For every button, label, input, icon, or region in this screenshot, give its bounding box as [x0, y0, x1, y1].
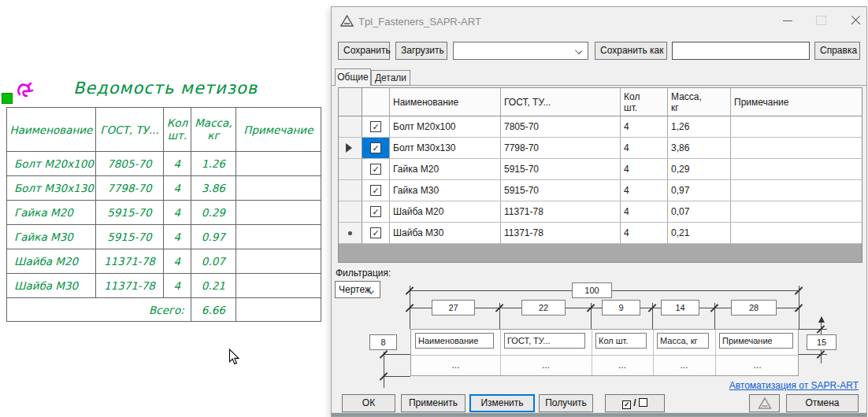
row-header[interactable]	[339, 116, 362, 137]
dimension-arrow-icon	[818, 316, 825, 323]
cad-row: Шайба М3011371-7840.21	[7, 274, 321, 298]
help-button[interactable]: Справка	[814, 42, 860, 60]
save-as-button[interactable]: Сохранить как	[595, 42, 667, 60]
grid-header-name[interactable]: Наименование	[390, 88, 501, 116]
cell-note[interactable]	[731, 223, 863, 243]
cell-gost[interactable]: 7805-70	[501, 116, 621, 137]
row-checkbox-cell[interactable]: ✓	[362, 201, 390, 222]
cell-mass[interactable]: 0,29	[668, 159, 731, 179]
sapr-art-link[interactable]: Автоматизация от SAPR-ART	[729, 380, 859, 391]
cell-qty[interactable]: 4	[621, 116, 668, 137]
tab-general[interactable]: Общие	[335, 68, 371, 86]
cell-mass[interactable]: 1,26	[668, 116, 731, 137]
col-width-input-4[interactable]: 14	[661, 300, 699, 316]
col-width-input-1[interactable]: 27	[432, 300, 475, 316]
preview-col-gost-input[interactable]: ГОСТ, ТУ...	[504, 333, 585, 349]
cell-note[interactable]	[731, 116, 863, 137]
cell-note[interactable]	[731, 138, 863, 158]
table-row[interactable]: ✓ Гайка М30 5915-70 4 0,97	[339, 180, 862, 201]
load-button[interactable]: Загрузить	[395, 42, 447, 60]
cell-mass[interactable]: 0,97	[668, 180, 731, 201]
table-row-selected[interactable]: ✓ Болт М30х130 7798-70 4 3,86	[339, 138, 862, 159]
apply-button[interactable]: Применить	[401, 394, 466, 412]
screen: Ведомость метизов Наименование ГОСТ, ТУ.…	[0, 0, 868, 417]
fasteners-grid[interactable]: Наименование ГОСТ, ТУ... Колшт. Масса,кг…	[338, 87, 862, 263]
row-header[interactable]	[339, 159, 362, 179]
col-width-input-2[interactable]: 22	[521, 300, 566, 316]
total-width-input[interactable]: 100	[572, 282, 612, 298]
header-height-input[interactable]: 15	[807, 334, 836, 350]
row-header[interactable]	[339, 180, 362, 201]
cell-qty[interactable]: 4	[621, 180, 668, 201]
cell-qty[interactable]: 4	[621, 159, 668, 179]
cell-gost[interactable]: 5915-70	[501, 180, 621, 201]
cell-name[interactable]: Болт М30х130	[390, 138, 501, 158]
table-row[interactable]: ✓ Болт М20х100 7805-70 4 1,26	[339, 116, 862, 138]
cell-qty[interactable]: 4	[621, 138, 668, 158]
template-combobox[interactable]	[453, 42, 588, 60]
table-row[interactable]: ✓ Шайба М20 11371-78 4 0,07	[339, 201, 862, 223]
row-checkbox-cell[interactable]: ✓	[362, 223, 390, 243]
cell-note[interactable]	[731, 201, 863, 222]
maximize-button[interactable]	[807, 7, 834, 32]
row-checkbox-cell[interactable]: ✓	[362, 180, 390, 201]
grid-header-gost[interactable]: ГОСТ, ТУ...	[501, 88, 621, 116]
get-button[interactable]: Получить	[539, 394, 593, 412]
row-header[interactable]	[339, 201, 362, 222]
row-checkbox-cell[interactable]: ✓	[362, 159, 390, 179]
cad-grip-handle[interactable]	[2, 93, 13, 104]
cell-name[interactable]: Шайба М20	[390, 201, 501, 222]
table-row[interactable]: ✓ Гайка М20 5915-70 4 0,29	[339, 159, 862, 180]
cell-name[interactable]: Болт М20х100	[390, 116, 501, 137]
row-header-new[interactable]	[339, 223, 362, 243]
checkbox-checked-icon[interactable]: ✓	[370, 206, 381, 217]
tab-details[interactable]: Детали	[371, 70, 410, 86]
cell-gost[interactable]: 11371-78	[501, 201, 621, 222]
minimize-button[interactable]	[774, 7, 801, 32]
cell-name[interactable]: Гайка М30	[390, 180, 501, 201]
checkbox-checked-icon[interactable]: ✓	[370, 185, 381, 196]
save-button[interactable]: Сохранить	[338, 42, 390, 60]
cell-note[interactable]	[731, 180, 863, 201]
preview-col-name-input[interactable]: Наименование	[415, 333, 494, 349]
checkbox-checked-icon[interactable]: ✓	[370, 142, 381, 153]
cell-mass[interactable]: 0,21	[668, 223, 731, 243]
ok-button[interactable]: ОК	[342, 394, 395, 412]
row-header-current[interactable]	[339, 138, 362, 158]
close-button[interactable]	[842, 7, 868, 32]
cancel-button[interactable]: Отмена	[786, 394, 859, 412]
row-checkbox-cell-selected[interactable]: ✓	[362, 138, 390, 158]
checkbox-checked-icon[interactable]: ✓	[370, 121, 381, 132]
checkbox-checked-icon[interactable]: ✓	[370, 227, 381, 238]
table-row[interactable]: ✓ Шайба М30 11371-78 4 0,21	[339, 223, 862, 244]
grid-header-qty[interactable]: Колшт.	[621, 88, 668, 116]
cell-qty[interactable]: 4	[621, 201, 668, 222]
row-checkbox-cell[interactable]: ✓	[362, 116, 390, 137]
cell-gost[interactable]: 11371-78	[501, 223, 621, 243]
filter-combobox[interactable]: Чертеж	[335, 281, 380, 298]
cell-name[interactable]: Шайба М30	[390, 223, 501, 243]
edit-button[interactable]: Изменить	[469, 394, 535, 412]
col-width-input-5[interactable]: 28	[731, 300, 777, 316]
grid-header-note[interactable]: Примечание	[731, 88, 863, 116]
cell-name[interactable]: Гайка М20	[390, 159, 501, 179]
dialog-title-bar[interactable]: Tpl_Fasteners_SAPR-ART	[332, 7, 866, 35]
cell-gost[interactable]: 5915-70	[501, 159, 621, 179]
preview-col-note-input[interactable]: Примечание	[719, 333, 793, 349]
cell-mass[interactable]: 0,07	[668, 201, 731, 222]
sapr-logo-button[interactable]	[749, 394, 780, 412]
col-width-input-3[interactable]: 9	[602, 300, 640, 316]
cell-mass[interactable]: 3,86	[668, 138, 731, 158]
cell-note[interactable]	[731, 159, 863, 179]
cell-qty[interactable]: 4	[621, 223, 668, 243]
grid-header-mass[interactable]: Масса,кг	[668, 88, 731, 116]
preview-col-mass-input[interactable]: Масса, кг	[657, 333, 709, 349]
preview-col-qty-input[interactable]: Кол шт.	[595, 333, 647, 349]
check-all-toggle-button[interactable]: ✓/	[605, 394, 665, 412]
template-name-input[interactable]	[672, 42, 810, 60]
cell-gost[interactable]: 7798-70	[501, 138, 621, 158]
checkbox-checked-icon[interactable]: ✓	[370, 164, 381, 175]
tab-strip-divider	[332, 85, 866, 86]
row-height-input[interactable]: 8	[369, 334, 397, 350]
cad-canvas[interactable]: Ведомость метизов Наименование ГОСТ, ТУ.…	[0, 0, 331, 417]
